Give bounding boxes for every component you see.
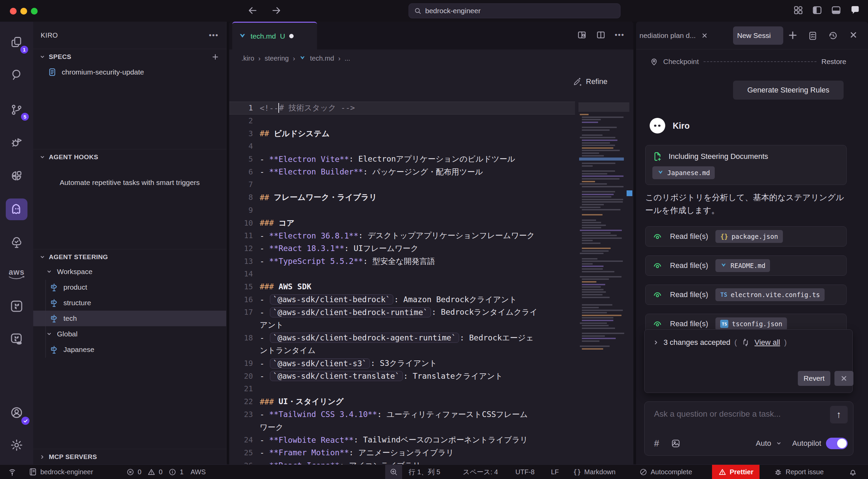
toggle-sidebar-icon[interactable] <box>812 5 823 16</box>
refine-button[interactable]: Refine <box>573 73 608 90</box>
close-icon[interactable] <box>701 32 708 39</box>
code-area[interactable]: 1<!--# 技術スタック -->23## ビルドシステム45- **Elect… <box>229 102 575 472</box>
chat-tab-remediation-plan[interactable]: nediation plan d... <box>636 32 708 40</box>
restore-button[interactable]: Restore <box>821 58 846 66</box>
split-editor-icon[interactable] <box>596 30 606 40</box>
notifications-bell-icon[interactable] <box>848 465 857 479</box>
file-chip[interactable]: {}package.json <box>715 230 783 243</box>
steering-item-structure[interactable]: structure <box>33 295 226 311</box>
code-line[interactable]: 3## ビルドシステム <box>229 127 575 140</box>
steering-group-global[interactable]: Global <box>33 326 226 342</box>
japanese-md-chip[interactable]: Japanese.md <box>652 166 715 179</box>
close-panel-icon[interactable] <box>849 30 858 39</box>
test-tree-icon[interactable] <box>6 232 27 253</box>
editor-more-icon[interactable]: ••• <box>615 30 625 39</box>
code-line[interactable]: 19- `@aws-sdk/client-s3`: S3クライアント <box>229 357 575 370</box>
code-line[interactable]: 6- **Electron Builder**: パッケージング・配布用ツール <box>229 165 575 178</box>
spec-item-chromium-security-update[interactable]: chromium-security-update <box>33 64 226 80</box>
code-line[interactable]: 24- **Flowbite React**: Tailwindベースのコンポー… <box>229 434 575 446</box>
code-line[interactable]: 22### UI・スタイリング <box>229 395 575 408</box>
back-arrow-icon[interactable] <box>247 5 258 16</box>
window-zoom-button[interactable] <box>31 8 38 15</box>
code-line[interactable]: 4 <box>229 140 575 153</box>
search-sidebar-icon[interactable] <box>6 64 27 85</box>
window-close-button[interactable] <box>10 8 17 15</box>
code-line[interactable]: 2 <box>229 114 575 127</box>
code-line[interactable]: ントランタイム <box>229 344 575 357</box>
code-line[interactable]: 23- **Tailwind CSS 3.4.10**: ユーティリティファース… <box>229 408 575 421</box>
eol-indicator[interactable]: LF <box>551 465 559 479</box>
search-input[interactable] <box>425 7 615 15</box>
chat-bubble-icon[interactable] <box>850 5 861 16</box>
code-line[interactable]: 10### コア <box>229 216 575 229</box>
open-changes-icon[interactable] <box>577 30 587 40</box>
file-chip[interactable]: README.md <box>715 259 770 272</box>
revert-button[interactable]: Revert <box>798 371 830 386</box>
language-indicator[interactable]: {} Markdown <box>573 465 615 479</box>
chat-input[interactable] <box>654 409 824 419</box>
dismiss-changes-button[interactable] <box>834 371 853 386</box>
minimap[interactable] <box>578 102 629 367</box>
layout-grid-icon[interactable] <box>793 5 804 16</box>
specs-section-header[interactable]: SPECS <box>33 49 226 64</box>
generate-steering-rules-button[interactable]: Generate Steering Rules <box>733 81 844 100</box>
code-line[interactable]: 11- **Electron 36.8.1**: デスクトップアプリケーションフ… <box>229 229 575 242</box>
kiro-agent-icon[interactable] <box>6 199 27 220</box>
extensions-icon[interactable] <box>6 165 27 187</box>
code-line[interactable]: 21 <box>229 382 575 395</box>
code-line[interactable]: 5- **Electron Vite**: Electronアプリケーションのビ… <box>229 153 575 166</box>
chevron-down-icon[interactable] <box>776 440 782 446</box>
view-all-link[interactable]: View all <box>754 338 780 347</box>
code-line[interactable]: 9 <box>229 204 575 217</box>
code-line[interactable]: 8## フレームワーク・ライブラリ <box>229 191 575 204</box>
new-session-plus-icon[interactable] <box>788 30 797 40</box>
model-mode-select[interactable]: Auto <box>756 439 771 448</box>
toggle-panel-icon[interactable] <box>831 5 842 16</box>
terraform-icon[interactable] <box>6 295 27 317</box>
aws-icon[interactable]: aws <box>6 263 27 285</box>
code-line[interactable]: 20- `@aws-sdk/client-translate`: Transla… <box>229 370 575 382</box>
tab-tech-md[interactable]: tech.md U <box>232 22 317 49</box>
chevron-right-icon[interactable] <box>653 339 659 346</box>
code-line[interactable]: 17- `@aws-sdk/client-bedrock-runtime`: B… <box>229 306 575 319</box>
steering-item-product[interactable]: product <box>33 279 226 295</box>
zoom-status-icon[interactable] <box>385 465 402 479</box>
modified-dot-icon[interactable] <box>289 34 294 38</box>
code-line[interactable]: 16- `@aws-sdk/client-bedrock`: Amazon Be… <box>229 293 575 306</box>
chat-tab-new-session[interactable]: New Sessi <box>733 26 783 45</box>
steering-item-tech[interactable]: tech <box>33 311 226 326</box>
forward-arrow-icon[interactable] <box>271 5 282 16</box>
remote-indicator[interactable] <box>7 465 17 479</box>
problems-indicator[interactable]: 0 0 1 <box>126 465 183 479</box>
account-icon[interactable] <box>6 402 27 423</box>
window-minimize-button[interactable] <box>20 8 27 15</box>
explorer-icon[interactable]: 1 <box>6 31 27 53</box>
breadcrumb[interactable]: .kiro › steering › tech.md › ... <box>241 49 350 67</box>
settings-gear-icon[interactable] <box>6 434 27 456</box>
prettier-indicator[interactable]: Prettier <box>712 465 760 479</box>
sidebar-more-icon[interactable]: ••• <box>209 31 219 40</box>
file-chip[interactable]: TSelectron.vite.config.ts <box>715 288 825 301</box>
agent-hooks-section-header[interactable]: AGENT HOOKS <box>33 149 226 165</box>
send-button[interactable]: ↑ <box>830 406 848 423</box>
read-file-card-electron.vite.config.ts[interactable]: Read file(s)TSelectron.vite.config.ts <box>645 285 847 305</box>
source-control-icon[interactable]: 5 <box>6 99 27 121</box>
code-line[interactable]: 12- **React 18.3.1**: UIフレームワーク <box>229 242 575 255</box>
code-line[interactable]: 7 <box>229 178 575 191</box>
task-list-icon[interactable] <box>808 30 818 41</box>
autopilot-toggle[interactable] <box>826 438 848 449</box>
code-line[interactable]: 25- **Framer Motion**: アニメーションライブラリ <box>229 446 575 459</box>
indentation-indicator[interactable]: スペース: 4 <box>463 465 498 479</box>
minimap-slider[interactable] <box>578 102 629 112</box>
encoding-indicator[interactable]: UTF-8 <box>515 465 535 479</box>
add-spec-icon[interactable] <box>212 54 226 60</box>
context-hash-icon[interactable]: # <box>654 438 659 449</box>
report-issue-indicator[interactable]: Report issue <box>774 465 824 479</box>
code-line[interactable]: アント <box>229 319 575 332</box>
file-chip[interactable]: TStsconfig.json <box>715 317 787 330</box>
mcp-servers-section-header[interactable]: MCP SERVERS <box>33 449 226 464</box>
debug-icon[interactable] <box>6 131 27 153</box>
code-line[interactable]: 13- **TypeScript 5.5.2**: 型安全な開発言語 <box>229 255 575 268</box>
terraform-cloud-icon[interactable] <box>6 328 27 350</box>
project-indicator[interactable]: bedrock-engineer <box>28 465 93 479</box>
